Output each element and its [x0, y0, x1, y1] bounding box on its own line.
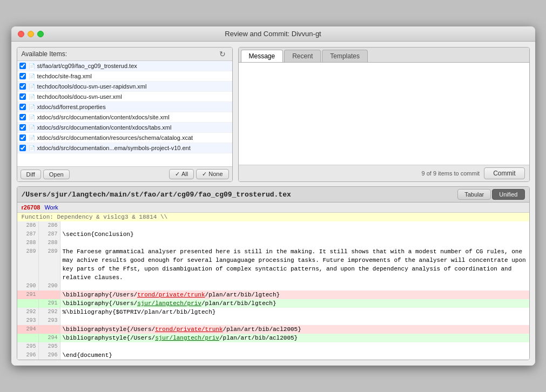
rev-tabs: r26708 Work: [17, 202, 529, 213]
message-area: [239, 63, 529, 165]
traffic-lights: [18, 31, 44, 37]
file-name: techdoc/tools/docu-svn-user.xml: [37, 93, 122, 100]
rev-label: r26708: [22, 204, 41, 211]
all-button[interactable]: ✓ All: [169, 169, 194, 179]
available-items-header: Available Items: ↻: [17, 48, 232, 61]
tab-bar: Message Recent Templates: [239, 48, 529, 63]
file-checkbox[interactable]: [19, 124, 26, 131]
diff-row: 286 286: [17, 221, 529, 230]
diff-row: 287 287 \section{Conclusion}: [17, 230, 529, 239]
diff-row-added: 291 \bibliography{/Users/sjur/langtech/p…: [17, 299, 529, 308]
diff-row-removed: 291 \bibliography{/Users/trond/private/t…: [17, 290, 529, 299]
window-title: Review and Commit: Divvun-gt: [225, 30, 321, 38]
list-item[interactable]: 📄 xtdoc/sd/forrest.properties: [17, 102, 232, 112]
available-items-title: Available Items:: [22, 50, 68, 58]
close-button[interactable]: [18, 31, 24, 37]
file-icon: 📄: [28, 113, 36, 121]
file-checkbox[interactable]: [19, 104, 26, 110]
open-button[interactable]: Open: [43, 170, 70, 179]
list-item[interactable]: 📄 xtdoc/sd/src/documentation...ema/symbo…: [17, 143, 232, 153]
diff-path: /Users/sjur/langtech/main/st/fao/art/cg0…: [22, 191, 291, 199]
file-checkbox[interactable]: [19, 83, 26, 90]
diff-tab-unified[interactable]: Unified: [492, 189, 524, 200]
list-item[interactable]: 📄 techdoc/tools/docu-svn-user.xml: [17, 92, 232, 102]
file-checkbox[interactable]: [19, 134, 26, 141]
file-checkbox[interactable]: [19, 73, 26, 79]
list-item[interactable]: 📄 xtdoc/sd/src/documentation/content/xdo…: [17, 112, 232, 123]
diff-row: 295 295: [17, 342, 529, 351]
file-icon: 📄: [28, 72, 36, 80]
diff-row-removed: 294 \bibliographystyle{/Users/trond/priv…: [17, 325, 529, 334]
file-icon: 📄: [28, 134, 36, 141]
top-section: Available Items: ↻ 📄 st/fao/art/cg09/fao…: [17, 47, 530, 182]
file-icon: 📄: [28, 144, 36, 152]
diff-row: 289 289 The Faroese grammatical analyser…: [17, 247, 529, 282]
diff-body: Function: Dependency & vislcg3 & 18814 \…: [17, 213, 529, 360]
diff-row: 293 293: [17, 316, 529, 325]
file-name: xtdoc/sd/src/documentation...ema/symbols…: [37, 145, 191, 151]
file-name: techdoc/tools/docu-svn-user-rapidsvn.xml: [37, 83, 147, 90]
tab-message[interactable]: Message: [241, 50, 284, 62]
file-name: xtdoc/sd/src/documentation/resources/sch…: [37, 134, 193, 141]
maximize-button[interactable]: [37, 31, 44, 37]
diff-row-added: 294 \bibliographystyle{/Users/sjur/langt…: [17, 334, 529, 342]
diff-row: 290 290: [17, 282, 529, 290]
work-label: Work: [44, 204, 58, 211]
file-icon: 📄: [28, 62, 36, 70]
diff-row: 296 296 \end{document}: [17, 351, 529, 360]
commit-count: 9 of 9 items to commit: [422, 170, 480, 177]
file-icon: 📄: [28, 83, 36, 90]
list-item[interactable]: 📄 xtdoc/sd/src/documentation/content/xdo…: [17, 123, 232, 133]
diff-function-header: Function: Dependency & vislcg3 & 18814 \…: [17, 213, 529, 221]
file-name: xtdoc/sd/src/documentation/content/xdocs…: [37, 114, 170, 120]
file-name: xtdoc/sd/src/documentation/content/xdocs…: [37, 124, 172, 131]
list-item[interactable]: 📄 techdoc/site-frag.xml: [17, 71, 232, 82]
file-list-toolbar: Diff Open ✓ All ✓ None: [17, 166, 232, 181]
file-checkbox[interactable]: [19, 63, 26, 69]
file-name: techdoc/site-frag.xml: [37, 73, 92, 79]
file-icon: 📄: [28, 124, 36, 131]
file-checkbox[interactable]: [19, 145, 26, 151]
list-item[interactable]: 📄 techdoc/tools/docu-svn-user-rapidsvn.x…: [17, 82, 232, 92]
list-item[interactable]: 📄 xtdoc/sd/src/documentation/resources/s…: [17, 133, 232, 143]
none-button[interactable]: ✓ None: [196, 169, 228, 179]
diff-button[interactable]: Diff: [21, 170, 41, 179]
diff-header: /Users/sjur/langtech/main/st/fao/art/cg0…: [17, 187, 529, 202]
main-content: Available Items: ↻ 📄 st/fao/art/cg09/fao…: [11, 42, 535, 366]
file-list: 📄 st/fao/art/cg09/fao_cg09_trosterud.tex…: [17, 61, 232, 166]
file-name: xtdoc/sd/forrest.properties: [37, 104, 106, 110]
refresh-icon[interactable]: ↻: [219, 50, 228, 58]
message-textarea[interactable]: [241, 65, 527, 148]
file-icon: 📄: [28, 103, 36, 111]
available-items-panel: Available Items: ↻ 📄 st/fao/art/cg09/fao…: [17, 47, 233, 182]
titlebar: Review and Commit: Divvun-gt: [11, 26, 535, 42]
tab-recent[interactable]: Recent: [284, 50, 321, 62]
file-icon: 📄: [28, 93, 36, 100]
tab-templates[interactable]: Templates: [322, 50, 368, 62]
main-window: Review and Commit: Divvun-gt Available I…: [11, 26, 535, 366]
diff-section: /Users/sjur/langtech/main/st/fao/art/cg0…: [17, 186, 530, 360]
diff-view-tabs: Tabular Unified: [457, 189, 524, 200]
list-item[interactable]: 📄 st/fao/art/cg09/fao_cg09_trosterud.tex: [17, 61, 232, 71]
diff-row: 288 288: [17, 239, 529, 247]
minimize-button[interactable]: [28, 31, 34, 37]
diff-row: 292 292 %\bibliography{$GTPRIV/plan/art/…: [17, 308, 529, 316]
file-checkbox[interactable]: [19, 114, 26, 120]
diff-tab-tabular[interactable]: Tabular: [457, 189, 491, 200]
commit-bar: 9 of 9 items to commit Commit: [239, 165, 529, 181]
commit-button[interactable]: Commit: [484, 167, 524, 179]
file-checkbox[interactable]: [19, 93, 26, 100]
file-name: st/fao/art/cg09/fao_cg09_trosterud.tex: [37, 63, 137, 69]
message-panel: Message Recent Templates 9 of 9 items to…: [238, 47, 530, 182]
